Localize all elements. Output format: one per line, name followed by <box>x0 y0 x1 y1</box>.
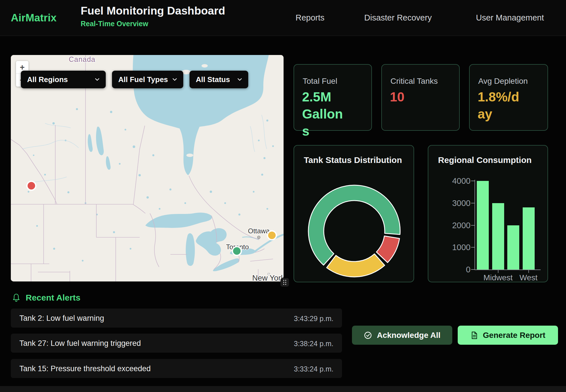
alert-text: Tank 27: Low fuel warning triggered <box>19 339 141 348</box>
fuel-type-filter-value: All Fuel Types <box>118 75 168 84</box>
tank-marker-normal[interactable] <box>233 247 241 256</box>
nav-user-management[interactable]: User Management <box>476 13 544 23</box>
alert-time: 3:43:29 p.m. <box>294 315 333 323</box>
alert-row[interactable]: Tank 15: Pressure threshold exceeded 3:3… <box>11 359 342 378</box>
tank-status-donut-chart <box>294 146 414 282</box>
y-axis-label: 4000 <box>451 176 471 186</box>
drag-handle-icon[interactable] <box>280 278 289 287</box>
map-panel[interactable]: Canada Ottawa Toronto New York + − All R… <box>11 55 284 281</box>
stat-label: Avg Depletion <box>478 77 528 86</box>
recent-alerts-title: Recent Alerts <box>26 293 80 303</box>
stat-value: 1.8%/day <box>478 89 526 123</box>
chevron-down-icon <box>237 78 242 81</box>
y-axis-tick <box>471 203 475 203</box>
alert-row[interactable]: Tank 2: Low fuel warning 3:43:29 p.m. <box>11 309 342 328</box>
chevron-down-icon <box>172 78 177 81</box>
donut-segment-warning[interactable] <box>327 254 385 277</box>
alert-time: 3:33:24 p.m. <box>294 365 333 373</box>
status-filter-value: All Status <box>196 75 230 84</box>
stat-card-avg-depletion: Avg Depletion 1.8%/day <box>469 64 548 131</box>
nav-reports[interactable]: Reports <box>296 13 325 23</box>
bar-West[interactable] <box>523 207 535 270</box>
recent-alerts-header: Recent Alerts <box>12 291 80 304</box>
generate-report-label: Generate Report <box>483 331 545 340</box>
nav-disaster-recovery[interactable]: Disaster Recovery <box>364 13 432 23</box>
stat-label: Total Fuel <box>303 77 337 86</box>
fuel-type-filter-dropdown[interactable]: All Fuel Types <box>112 71 183 88</box>
region-filter-value: All Regions <box>27 75 68 84</box>
brand-logo[interactable]: AirMatrix <box>11 12 56 24</box>
y-axis-label: 0 <box>451 265 471 274</box>
page-subtitle: Real-Time Overview <box>81 20 225 28</box>
x-axis-tick <box>528 270 529 273</box>
tank-marker-warning[interactable] <box>268 231 276 240</box>
x-axis-label: West <box>509 273 548 282</box>
y-axis-label: 1000 <box>451 243 471 252</box>
tank-status-card: Tank Status Distribution <box>294 145 414 282</box>
canada-label: Canada <box>69 55 95 63</box>
y-axis-line <box>475 180 475 270</box>
x-axis-line <box>475 270 541 270</box>
bar-region-1[interactable] <box>477 181 489 270</box>
map-filters: All Regions All Fuel Types All Status <box>21 71 248 88</box>
status-filter-dropdown[interactable]: All Status <box>190 71 248 88</box>
regional-consumption-bar-chart: 01000200030004000MidwestWest <box>428 146 547 282</box>
stat-value: 2.5M Gallons <box>302 89 350 140</box>
y-axis-tick <box>471 269 475 270</box>
y-axis-tick <box>471 181 475 181</box>
bar-Midwest[interactable] <box>492 203 504 270</box>
donut-segment-critical[interactable] <box>376 236 400 262</box>
regional-consumption-card: Regional Consumption 01000200030004000Mi… <box>428 145 548 282</box>
y-axis-tick <box>471 247 475 248</box>
app-root: AirMatrix Fuel Monitoring Dashboard Real… <box>0 0 566 392</box>
check-circle-icon <box>364 331 372 340</box>
chevron-down-icon <box>95 78 99 81</box>
region-filter-dropdown[interactable]: All Regions <box>21 71 106 88</box>
bar-region-3[interactable] <box>507 225 519 270</box>
alert-row[interactable]: Tank 27: Low fuel warning triggered 3:38… <box>11 334 342 353</box>
document-icon <box>470 331 478 340</box>
tank-marker-critical[interactable] <box>27 181 36 190</box>
y-axis-label: 2000 <box>451 221 471 230</box>
newyork-label: New York <box>252 274 284 281</box>
bell-icon <box>12 293 21 302</box>
generate-report-button[interactable]: Generate Report <box>458 326 558 345</box>
x-axis-tick <box>498 270 498 273</box>
stat-value: 10 <box>390 89 438 106</box>
stat-label: Critical Tanks <box>390 77 438 86</box>
acknowledge-all-button[interactable]: Acknowledge All <box>352 326 452 345</box>
stat-card-critical-tanks: Critical Tanks 10 <box>381 64 460 131</box>
acknowledge-all-label: Acknowledge All <box>377 331 440 340</box>
ottawa-label: Ottawa <box>248 227 270 235</box>
header: AirMatrix Fuel Monitoring Dashboard Real… <box>0 0 566 36</box>
y-axis-label: 3000 <box>451 199 471 208</box>
alert-text: Tank 15: Pressure threshold exceeded <box>19 364 151 373</box>
alert-text: Tank 2: Low fuel warning <box>19 314 104 323</box>
map-canvas[interactable]: Canada Ottawa Toronto New York <box>11 55 284 281</box>
title-block: Fuel Monitoring Dashboard Real-Time Over… <box>81 5 225 28</box>
bottom-strip <box>0 386 566 392</box>
alert-time: 3:38:24 p.m. <box>294 340 333 348</box>
y-axis-tick <box>471 225 475 226</box>
stat-card-total-fuel: Total Fuel 2.5M Gallons <box>294 64 372 131</box>
page-title: Fuel Monitoring Dashboard <box>81 5 225 17</box>
